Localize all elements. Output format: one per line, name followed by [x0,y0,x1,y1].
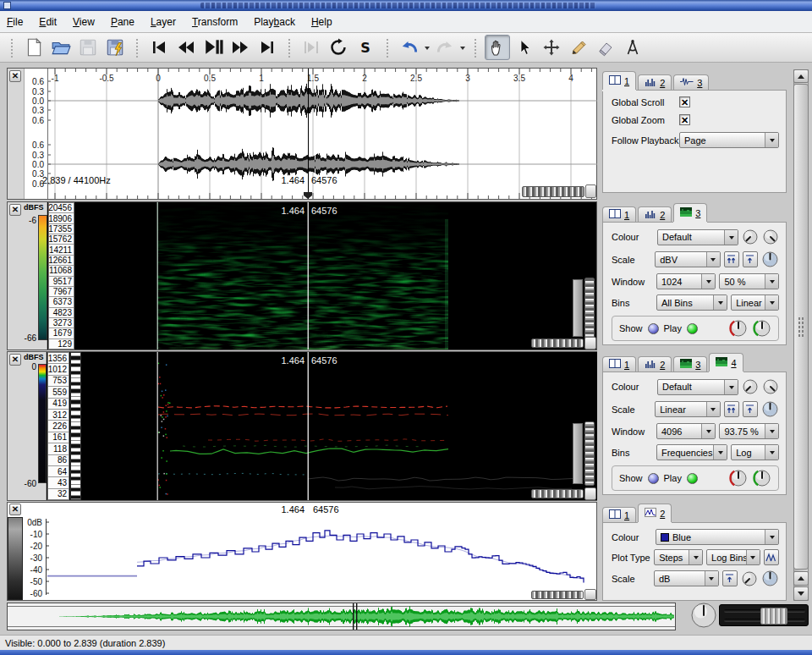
zoom-reset-button[interactable] [585,184,596,198]
window-size-select[interactable]: 1024 [656,273,716,289]
colour-rotate-knob[interactable] [762,228,779,245]
zoom-reset-button[interactable] [584,589,596,600]
menu-pane[interactable]: Pane [111,16,134,28]
bins-select[interactable]: Frequencies [656,444,727,460]
tab-1[interactable]: 1 [602,206,636,222]
frequency-scrollbar[interactable] [573,279,583,337]
tab-2[interactable]: 2 [638,206,672,222]
playback-level-fader[interactable] [719,604,809,626]
horizontal-zoom-wheel[interactable] [522,186,584,197]
close-spectrogram-pane-button[interactable]: ✕ [9,204,21,216]
fast-forward-to-end-button[interactable] [255,35,280,60]
colour-rotate-knob[interactable] [762,378,779,395]
window-overlap-select[interactable]: 93.75 % [719,423,779,439]
rewind-to-start-button[interactable] [146,35,172,60]
play-selection-button[interactable] [299,35,324,60]
save-as-button[interactable] [102,35,128,60]
menu-file[interactable]: File [7,16,23,28]
spectrum-canvas[interactable] [46,512,595,600]
edit-tool-button[interactable] [539,35,564,60]
tab-3[interactable]: 3 [673,203,707,222]
open-button[interactable] [48,35,74,60]
tab-3[interactable]: 3 [673,356,707,372]
colour-select[interactable]: Default [657,229,738,245]
tab-2[interactable]: 2 [638,356,672,372]
window-overlap-select[interactable]: 50 % [719,273,779,289]
loop-playback-button[interactable] [326,35,351,60]
close-waveform-pane-button[interactable]: ✕ [9,70,21,82]
pan-knob[interactable] [753,469,771,487]
gain-knob[interactable] [729,469,748,487]
close-spectrum-pane-button[interactable]: ✕ [9,504,21,515]
colour-rotate-knob[interactable] [742,378,759,395]
scroll-up-button[interactable] [793,69,809,83]
menu-view[interactable]: View [73,16,95,28]
scale-select[interactable]: Linear [655,401,721,417]
menu-help[interactable]: Help [311,16,332,28]
scroll-up-button-2[interactable] [793,571,809,586]
global-scroll-checkbox[interactable]: ✕ [679,96,690,107]
vertical-zoom-wheel[interactable] [584,421,595,486]
align-peaks-button[interactable] [743,401,758,417]
menu-playback[interactable]: Playback [254,16,295,28]
zoom-reset-button[interactable] [584,337,596,350]
select-tool-button[interactable] [512,35,537,60]
align-bins-button[interactable] [724,401,739,417]
show-led[interactable] [648,473,659,484]
zoom-reset-button[interactable] [584,487,596,500]
gain-knob[interactable] [761,400,779,418]
new-session-button[interactable] [21,35,47,60]
redo-button[interactable] [432,35,458,60]
overview-waveform[interactable] [8,603,675,630]
undo-button[interactable] [397,35,422,60]
plot-type-select[interactable]: Steps [654,549,703,565]
align-bins-button[interactable] [724,251,739,267]
horizontal-zoom-wheel[interactable] [531,339,584,348]
erase-tool-button[interactable] [593,35,618,60]
spectrogram-log-canvas[interactable] [81,352,597,500]
menu-transform[interactable]: Transform [192,16,238,28]
colour-select[interactable]: Default [657,379,738,395]
spectrogram-canvas[interactable] [75,202,596,350]
bins-select[interactable]: All Bins [656,294,727,311]
menu-layer[interactable]: Layer [151,16,176,28]
tab-2[interactable]: 2 [638,504,672,522]
measure-tool-button[interactable] [620,35,645,60]
colour-rotate-knob[interactable] [742,228,759,245]
playback-speed-knob[interactable] [690,602,717,629]
vertical-zoom-wheel[interactable] [584,278,595,339]
scale-select[interactable]: dBV [655,251,721,267]
play-led[interactable] [687,473,698,484]
navigate-tool-button[interactable] [485,35,510,60]
gain-knob[interactable] [761,570,779,587]
menu-edit[interactable]: Edit [39,16,57,28]
fast-forward-button[interactable] [228,35,253,60]
follow-playback-select[interactable]: Page [679,132,779,148]
scrollbar-thumb[interactable] [793,84,809,570]
bins-display-select[interactable]: Log Bins [706,549,760,565]
draw-tool-button[interactable] [566,35,591,60]
tab-3[interactable]: 3 [673,74,709,90]
scale-select[interactable]: dB [654,570,719,586]
align-peaks-button[interactable] [743,251,758,267]
bins-axis-select[interactable]: Log [731,444,779,460]
align-peaks-button[interactable] [722,570,738,586]
horizontal-zoom-wheel[interactable] [531,489,584,498]
colour-select[interactable]: Blue [656,529,779,545]
show-peaks-button[interactable] [764,549,779,565]
pan-knob[interactable] [753,319,771,338]
show-led[interactable] [648,323,659,334]
horizontal-zoom-wheel[interactable] [531,591,584,599]
global-zoom-checkbox[interactable]: ✕ [679,114,690,125]
solo-button[interactable]: S [353,35,378,60]
frequency-scrollbar[interactable] [573,423,583,484]
fader-handle[interactable] [760,608,787,625]
window-size-select[interactable]: 4096 [656,423,716,439]
tab-1[interactable]: 1 [602,356,636,372]
save-button[interactable] [75,35,101,60]
undo-dropdown-arrow[interactable] [423,36,431,59]
bins-axis-select[interactable]: Linear [731,294,779,311]
play-led[interactable] [687,323,698,334]
gain-knob[interactable] [729,319,748,338]
play-pause-button[interactable] [200,35,226,60]
